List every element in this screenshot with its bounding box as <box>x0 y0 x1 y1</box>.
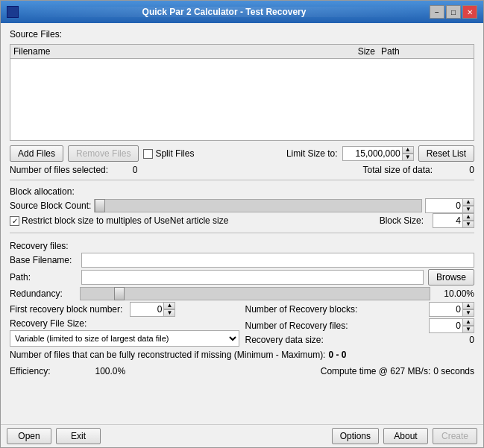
num-recovery-files-input[interactable] <box>429 318 462 333</box>
source-block-input[interactable] <box>425 198 462 213</box>
first-block-label: First recovery block number: <box>10 304 122 315</box>
base-filename-input[interactable] <box>81 253 474 268</box>
limit-size-up[interactable]: ▲ <box>402 146 414 154</box>
recovery-files-label: Recovery files: <box>10 241 474 251</box>
options-button[interactable]: Options <box>332 428 379 444</box>
num-recovery-blocks-row: Number of Recovery blocks: ▲ ▼ <box>245 302 475 317</box>
window-controls: − □ ✕ <box>430 5 477 19</box>
files-selected-label: Number of files selected: <box>10 165 108 175</box>
stats-row: Number of files selected: 0 Total size o… <box>10 165 474 175</box>
limit-size-input-group: ▲ ▼ <box>342 146 414 161</box>
recovery-col-left: First recovery block number: ▲ ▼ Recover… <box>10 300 239 348</box>
num-recovery-files-up[interactable]: ▲ <box>462 318 474 326</box>
recovery-col-right: Number of Recovery blocks: ▲ ▼ Number of… <box>245 300 475 348</box>
block-size-input[interactable] <box>433 213 462 228</box>
reconstruct-value: 0 - 0 <box>328 350 346 360</box>
close-button[interactable]: ✕ <box>462 5 477 19</box>
restrict-row: Restrict block size to multiples of UseN… <box>10 213 474 228</box>
open-button[interactable]: Open <box>7 428 51 444</box>
redundancy-slider[interactable] <box>80 287 430 300</box>
exit-button[interactable]: Exit <box>56 428 101 444</box>
num-recovery-files-spinner: ▲ ▼ <box>462 318 474 333</box>
reset-list-button[interactable]: Reset List <box>418 145 474 162</box>
split-files-label: Split Files <box>155 148 194 159</box>
num-recovery-blocks-up[interactable]: ▲ <box>462 302 474 309</box>
recovery-file-size-label: Recovery File Size: <box>10 318 87 329</box>
recovery-data-size-row: Recovery data size: 0 <box>245 335 475 345</box>
num-recovery-blocks-input[interactable] <box>429 302 462 317</box>
source-block-down[interactable]: ▼ <box>462 206 474 213</box>
efficiency-label: Efficiency: <box>10 366 50 376</box>
block-size-up[interactable]: ▲ <box>462 213 474 221</box>
num-recovery-files-down[interactable]: ▼ <box>462 326 474 333</box>
block-size-spinner: ▲ ▼ <box>462 213 474 228</box>
base-filename-row: Base Filename: <box>10 253 474 268</box>
total-size-value: 0 <box>444 165 474 175</box>
path-input[interactable] <box>81 270 424 285</box>
base-filename-label: Base Filename: <box>10 255 77 265</box>
num-recovery-files-label: Number of Recovery files: <box>245 321 425 331</box>
recovery-file-size-select[interactable]: Variable (limited to size of largest dat… <box>10 330 239 347</box>
about-button[interactable]: About <box>383 428 428 444</box>
col-size-header: Size <box>336 46 381 57</box>
block-size-input-group: ▲ ▼ <box>433 213 474 228</box>
create-button[interactable]: Create <box>433 428 477 444</box>
efficiency-value: 100.0% <box>95 366 125 376</box>
num-recovery-blocks-label: Number of Recovery blocks: <box>245 304 425 315</box>
app-icon <box>7 6 19 18</box>
minimize-button[interactable]: − <box>430 5 444 19</box>
source-files-label: Source Files: <box>10 29 474 40</box>
col-filename-header: Filename <box>13 46 336 57</box>
limit-size-spinner: ▲ ▼ <box>402 146 414 161</box>
block-allocation-label: Block allocation: <box>10 186 474 197</box>
col-path-header: Path <box>381 46 471 57</box>
add-files-button[interactable]: Add Files <box>10 145 63 162</box>
num-recovery-blocks-down[interactable]: ▼ <box>462 309 474 317</box>
maximize-button[interactable]: □ <box>446 5 461 19</box>
limit-size-down[interactable]: ▼ <box>402 154 414 161</box>
source-block-row: Source Block Count: ▲ ▼ <box>10 198 474 213</box>
path-row: Path: Browse <box>10 269 474 285</box>
limit-size-label: Limit Size to: <box>286 148 338 159</box>
limit-size-input[interactable] <box>342 146 402 161</box>
first-block-input-group: ▲ ▼ <box>130 302 175 317</box>
recovery-two-col: First recovery block number: ▲ ▼ Recover… <box>10 300 474 348</box>
remove-files-button[interactable]: Remove Files <box>68 145 139 162</box>
block-size-down[interactable]: ▼ <box>462 221 474 228</box>
recovery-file-size-row: Recovery File Size: <box>10 318 239 329</box>
browse-button[interactable]: Browse <box>428 269 474 285</box>
block-size-label: Block Size: <box>380 215 424 226</box>
num-recovery-blocks-spinner: ▲ ▼ <box>462 302 474 317</box>
recovery-section: Recovery files: Base Filename: Path: Bro… <box>10 241 474 362</box>
window-title: Quick Par 2 Calculator - Test Recovery <box>19 7 430 17</box>
files-selected-value: 0 <box>120 165 150 175</box>
num-recovery-blocks-input-group: ▲ ▼ <box>429 302 474 317</box>
num-recovery-files-row: Number of Recovery files: ▲ ▼ <box>245 318 475 333</box>
source-block-slider[interactable] <box>94 199 422 212</box>
num-recovery-files-input-group: ▲ ▼ <box>429 318 474 333</box>
reconstruct-row: Number of files that can be fully recons… <box>10 350 474 360</box>
source-block-up[interactable]: ▲ <box>462 198 474 206</box>
recovery-file-size-select-row: Variable (limited to size of largest dat… <box>10 330 239 347</box>
reconstruct-label: Number of files that can be fully recons… <box>10 350 325 360</box>
efficiency-row: Efficiency: 100.0% Compute time @ 627 MB… <box>10 366 474 376</box>
source-block-input-group: ▲ ▼ <box>425 198 474 213</box>
split-files-checkbox[interactable] <box>143 149 153 159</box>
total-size-label: Total size of data: <box>363 165 433 175</box>
first-block-up[interactable]: ▲ <box>163 302 175 309</box>
file-list-body <box>10 59 474 140</box>
file-list-header: Filename Size Path <box>10 45 474 59</box>
first-block-down[interactable]: ▼ <box>163 309 175 317</box>
restrict-checkbox-label: Restrict block size to multiples of UseN… <box>10 215 228 226</box>
redundancy-value: 10.00% <box>433 288 474 299</box>
split-files-checkbox-label: Split Files <box>143 148 194 159</box>
restrict-checkbox[interactable] <box>10 216 19 226</box>
restrict-label: Restrict block size to multiples of UseN… <box>22 215 228 226</box>
toolbar-row: Add Files Remove Files Split Files Limit… <box>10 145 474 162</box>
compute-value: 0 seconds <box>433 366 474 376</box>
main-content: Source Files: Filename Size Path Add Fil… <box>1 23 483 424</box>
compute-label: Compute time @ 627 MB/s: <box>321 366 431 376</box>
block-allocation-section: Block allocation: Source Block Count: ▲ … <box>10 186 474 228</box>
main-window: Quick Par 2 Calculator - Test Recovery −… <box>0 0 484 448</box>
first-block-input[interactable] <box>130 302 163 317</box>
